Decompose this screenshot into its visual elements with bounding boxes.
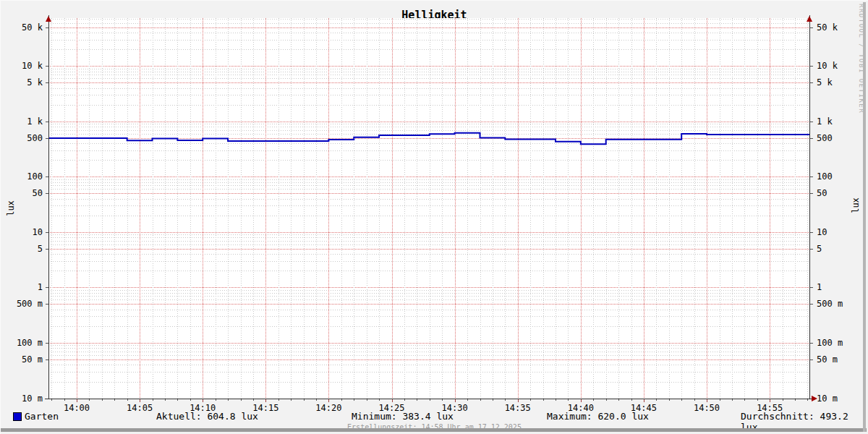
y-tick-left xyxy=(46,138,48,139)
x-tick-minor xyxy=(278,399,279,401)
y-axis-arrow-left-icon xyxy=(46,16,51,22)
x-tick-minor xyxy=(720,399,720,401)
y-tick-label-left: 1 k xyxy=(1,117,43,126)
x-tick-minor xyxy=(190,399,191,401)
y-tick-label-right: 10 k xyxy=(817,61,867,70)
y-tick-left xyxy=(46,27,48,28)
y-tick-left xyxy=(46,193,48,194)
y-tick-label-left: 50 k xyxy=(1,23,43,32)
y-tick-label-left: 10 k xyxy=(1,61,43,70)
x-tick-label: 14:35 xyxy=(496,403,540,413)
x-tick-minor xyxy=(367,399,367,401)
x-tick-minor xyxy=(177,399,178,401)
x-tick-minor xyxy=(807,399,808,401)
x-tick-minor xyxy=(379,399,380,401)
y-tick-right xyxy=(810,122,813,122)
x-tick-minor xyxy=(51,399,52,401)
x-tick-minor xyxy=(102,399,103,401)
x-tick-minor xyxy=(480,399,481,401)
x-tick-major xyxy=(455,399,456,402)
x-tick-minor xyxy=(694,399,695,401)
bevel-border-bottom xyxy=(1,428,867,432)
y-tick-label-left: 500 xyxy=(1,134,43,142)
y-tick-right xyxy=(810,27,813,28)
x-tick-minor xyxy=(291,399,292,401)
y-tick-right xyxy=(810,193,813,194)
y-tick-right xyxy=(810,343,813,344)
y-tick-right xyxy=(810,287,813,288)
y-tick-label-right: 50 k xyxy=(817,23,867,32)
x-tick-label: 14:50 xyxy=(685,403,728,413)
y-tick-label-left: 500 m xyxy=(1,299,43,308)
x-tick-minor xyxy=(354,399,354,401)
x-tick-major xyxy=(140,399,140,402)
y-tick-right xyxy=(810,176,813,177)
x-tick-minor xyxy=(556,399,556,401)
y-tick-label-right: 1 xyxy=(817,283,867,292)
x-tick-major xyxy=(707,399,707,402)
x-tick-minor xyxy=(216,399,216,401)
x-tick-label: 14:20 xyxy=(307,403,350,413)
y-tick-label-right: 1 k xyxy=(817,117,867,126)
y-tick-right xyxy=(810,82,813,83)
x-tick-label: 14:05 xyxy=(118,403,161,413)
y-tick-left xyxy=(46,66,48,67)
x-tick-minor xyxy=(153,399,153,401)
x-tick-major xyxy=(770,399,770,402)
y-tick-right xyxy=(810,66,813,67)
y-tick-label-left: 50 xyxy=(1,189,43,197)
legend-series-label: Garten xyxy=(25,411,59,422)
y-tick-label-left: 10 m xyxy=(1,394,43,403)
y-tick-label-right: 500 m xyxy=(817,299,867,308)
x-tick-major xyxy=(644,399,644,402)
rrdtool-graph: Helligkeit lux lux Garten Aktuell: 604.8… xyxy=(0,0,868,434)
y-tick-label-left: 100 m xyxy=(1,339,43,347)
x-tick-minor xyxy=(316,399,317,401)
y-tick-label-right: 50 xyxy=(817,189,867,197)
x-tick-minor xyxy=(732,399,733,401)
y-tick-label-left: 5 k xyxy=(1,78,43,87)
x-tick-minor xyxy=(228,399,229,401)
y-axis-unit-left: lux xyxy=(6,194,16,223)
x-tick-minor xyxy=(618,399,619,401)
y-tick-left xyxy=(46,304,48,305)
x-tick-minor xyxy=(493,399,493,401)
y-tick-label-right: 100 m xyxy=(817,339,867,347)
y-tick-right xyxy=(810,359,813,360)
x-tick-label: 14:25 xyxy=(370,403,414,413)
x-tick-label: 14:00 xyxy=(55,403,98,413)
x-tick-minor xyxy=(543,399,544,401)
legend-color-swatch xyxy=(13,412,22,421)
y-tick-label-left: 1 xyxy=(1,283,43,292)
y-tick-left xyxy=(46,176,48,177)
y-tick-label-left: 50 m xyxy=(1,355,43,364)
x-tick-minor xyxy=(253,399,254,401)
y-tick-label-right: 50 m xyxy=(817,355,867,364)
y-tick-label-right: 100 xyxy=(817,172,867,181)
y-tick-left xyxy=(46,82,48,83)
series-line-garten xyxy=(48,133,809,145)
x-tick-minor xyxy=(64,399,65,401)
y-axis-arrow-right-icon xyxy=(807,16,812,22)
y-axis-right xyxy=(809,15,810,399)
y-tick-right xyxy=(810,232,813,233)
y-tick-label-right: 10 xyxy=(817,228,867,237)
y-tick-label-left: 10 xyxy=(1,228,43,237)
y-tick-left xyxy=(46,122,48,122)
y-tick-left xyxy=(46,249,48,250)
x-tick-minor xyxy=(681,399,682,401)
y-tick-left xyxy=(46,359,48,360)
x-tick-major xyxy=(203,399,203,402)
y-tick-right xyxy=(810,138,813,139)
x-tick-minor xyxy=(127,399,128,401)
y-tick-right xyxy=(810,304,813,305)
x-tick-minor xyxy=(656,399,657,401)
y-tick-label-left: 5 xyxy=(1,244,43,253)
series-line-layer xyxy=(48,18,809,399)
x-tick-minor xyxy=(241,399,242,401)
x-tick-minor xyxy=(606,399,607,401)
y-tick-right xyxy=(810,249,813,250)
x-tick-major xyxy=(328,399,329,402)
x-tick-major xyxy=(518,399,519,402)
x-tick-label: 14:15 xyxy=(244,403,287,413)
